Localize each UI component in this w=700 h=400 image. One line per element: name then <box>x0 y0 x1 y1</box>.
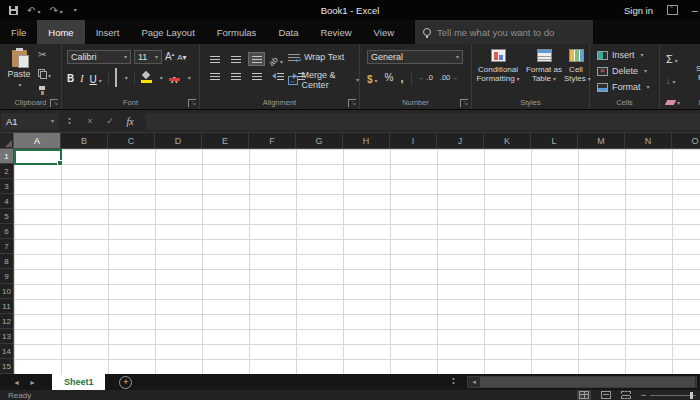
column-header-D[interactable]: D <box>155 133 202 148</box>
formula-input[interactable] <box>146 113 700 130</box>
normal-view-button[interactable] <box>577 390 591 400</box>
row-header-10[interactable]: 10 <box>0 284 13 299</box>
tab-review[interactable]: Review <box>309 20 362 44</box>
column-header-E[interactable]: E <box>202 133 249 148</box>
insert-function-icon[interactable]: fx <box>120 116 140 127</box>
column-header-H[interactable]: H <box>343 133 390 148</box>
increase-font-size-icon[interactable]: A▴ <box>165 51 174 62</box>
row-header-6[interactable]: 6 <box>0 224 13 239</box>
decrease-indent-icon[interactable] <box>269 69 286 83</box>
cell-styles-button[interactable]: Cell Styles▾ <box>564 49 588 83</box>
column-header-A[interactable]: A <box>14 133 61 148</box>
paste-button[interactable]: Paste ▾ <box>4 50 34 89</box>
bottom-align-icon[interactable] <box>248 52 265 66</box>
format-painter-icon[interactable] <box>38 86 47 95</box>
column-header-O[interactable]: O <box>672 133 700 148</box>
row-header-1[interactable]: 1 <box>0 149 13 164</box>
tab-page-layout[interactable]: Page Layout <box>130 20 205 44</box>
wrap-text-button[interactable]: ↩ Wrap Text <box>288 52 344 62</box>
comma-style-icon[interactable]: , <box>400 72 403 84</box>
center-icon[interactable] <box>227 69 244 83</box>
paste-dropdown-icon[interactable]: ▾ <box>18 82 21 88</box>
enter-icon[interactable]: ✓ <box>100 116 120 126</box>
clipboard-dialog-launcher-icon[interactable]: ↘ <box>50 99 58 107</box>
row-header-5[interactable]: 5 <box>0 209 13 224</box>
column-header-K[interactable]: K <box>484 133 531 148</box>
sort-filter-button[interactable]: AZ Sort & Filter <box>690 49 700 82</box>
borders-button[interactable] <box>115 69 117 87</box>
new-sheet-icon[interactable]: + <box>119 376 132 389</box>
underline-button[interactable]: U▾ <box>90 69 102 87</box>
font-name-combo[interactable]: Calibri▾ <box>67 50 131 64</box>
insert-button[interactable]: Insert▾ <box>597 50 644 60</box>
format-button[interactable]: Format▾ <box>597 82 650 92</box>
column-header-F[interactable]: F <box>249 133 296 148</box>
alignment-dialog-launcher-icon[interactable]: ↘ <box>348 99 356 107</box>
row-header-11[interactable]: 11 <box>0 299 13 314</box>
zoom-slider[interactable] <box>650 395 696 396</box>
column-header-C[interactable]: C <box>108 133 155 148</box>
undo-icon[interactable]: ↶▾ <box>27 5 40 16</box>
row-header-4[interactable]: 4 <box>0 194 13 209</box>
number-format-combo[interactable]: General▾ <box>367 50 463 64</box>
font-color-button[interactable]: A <box>169 69 180 87</box>
tab-formulas[interactable]: Formulas <box>206 20 268 44</box>
cell-area[interactable] <box>14 149 700 374</box>
ribbon-display-options-icon[interactable] <box>667 5 678 15</box>
tab-insert[interactable]: Insert <box>85 20 131 44</box>
align-right-icon[interactable] <box>248 69 265 83</box>
name-box[interactable]: A1▾ <box>1 113 59 130</box>
middle-align-icon[interactable] <box>227 52 244 66</box>
tell-me-box[interactable]: Tell me what you want to do <box>415 20 593 44</box>
tab-home[interactable]: Home <box>37 20 84 44</box>
sheet-nav-right-icon[interactable]: ► <box>29 379 36 386</box>
sheet-tab-sheet1[interactable]: Sheet1 <box>52 374 106 390</box>
format-as-table-button[interactable]: Format as Table▾ <box>524 49 564 83</box>
column-header-N[interactable]: N <box>625 133 672 148</box>
copy-button[interactable]: ▾ <box>38 64 51 82</box>
accounting-format-button[interactable]: $▾ <box>367 69 378 87</box>
row-header-13[interactable]: 13 <box>0 329 13 344</box>
select-all-corner[interactable] <box>0 133 14 149</box>
zoom-slider-handle[interactable] <box>690 392 693 399</box>
column-header-I[interactable]: I <box>390 133 437 148</box>
autosum-button[interactable]: Σ▾ <box>666 49 680 67</box>
tab-file[interactable]: File <box>0 20 37 44</box>
column-header-L[interactable]: L <box>531 133 578 148</box>
delete-button[interactable]: Delete▾ <box>597 66 647 76</box>
cut-icon[interactable]: ✂ <box>38 50 46 60</box>
sheet-nav-left-icon[interactable]: ◄ <box>13 379 20 386</box>
row-header-3[interactable]: 3 <box>0 179 13 194</box>
page-break-view-icon[interactable] <box>621 391 631 399</box>
top-align-icon[interactable] <box>206 52 223 66</box>
tab-view[interactable]: View <box>363 20 405 44</box>
column-header-B[interactable]: B <box>61 133 108 148</box>
scrollbar-track[interactable]: ◄ <box>467 376 697 388</box>
minimize-button[interactable]: – <box>692 5 700 16</box>
row-header-2[interactable]: 2 <box>0 164 13 179</box>
row-header-9[interactable]: 9 <box>0 269 13 284</box>
column-header-M[interactable]: M <box>578 133 625 148</box>
row-header-7[interactable]: 7 <box>0 239 13 254</box>
scroll-left-icon[interactable]: ◄ <box>468 379 480 385</box>
column-header-G[interactable]: G <box>296 133 343 148</box>
row-header-15[interactable]: 15 <box>0 359 13 374</box>
scrollbar-thumb[interactable] <box>480 377 695 387</box>
customize-qat-icon[interactable]: ▾ <box>74 7 77 13</box>
formula-bar-resize-handle[interactable] <box>68 117 71 126</box>
row-header-12[interactable]: 12 <box>0 314 13 329</box>
merge-center-button[interactable]: ↔ Merge & Center ▾ <box>288 70 359 90</box>
scrollbar-drag-handle[interactable] <box>452 377 455 386</box>
save-icon[interactable] <box>9 6 18 15</box>
selected-cell-a1[interactable] <box>14 149 62 165</box>
font-size-combo[interactable]: 11▾ <box>134 50 162 64</box>
align-left-icon[interactable] <box>206 69 223 83</box>
row-header-14[interactable]: 14 <box>0 344 13 359</box>
row-header-8[interactable]: 8 <box>0 254 13 269</box>
redo-icon[interactable]: ↷▾ <box>49 5 62 16</box>
italic-button[interactable]: I <box>80 73 83 84</box>
page-layout-view-icon[interactable] <box>601 391 611 399</box>
decrease-font-size-icon[interactable]: A▾ <box>177 53 186 62</box>
cancel-icon[interactable]: × <box>80 116 100 126</box>
sign-in-button[interactable]: Sign in <box>624 5 653 16</box>
